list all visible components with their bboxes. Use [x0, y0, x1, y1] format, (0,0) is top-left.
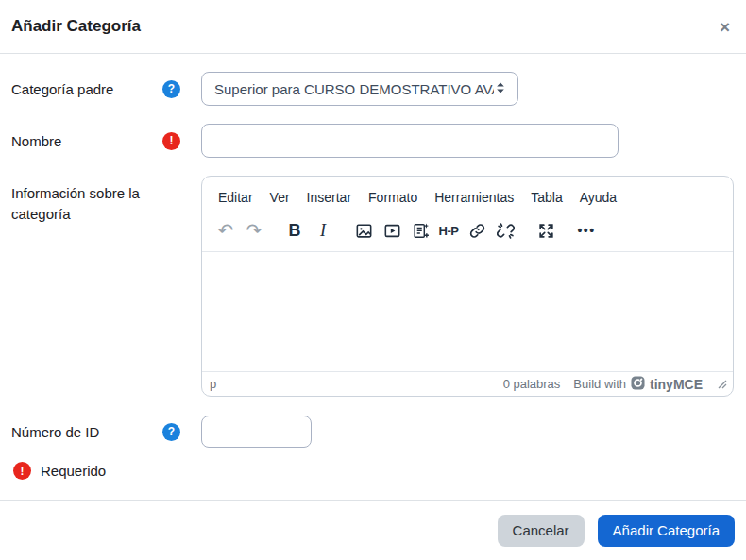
tinymce-branding[interactable]: Build with tinyMCE: [573, 376, 703, 393]
editor-toolbar: ↶ ↷ B I: [202, 212, 733, 252]
idnumber-label-col: Número de ID ?: [11, 415, 201, 449]
name-label-col: Nombre !: [11, 124, 201, 158]
name-input[interactable]: [201, 124, 619, 158]
word-count: 0 palabras: [503, 377, 561, 391]
brand-prefix: Build with: [573, 377, 626, 391]
redo-icon[interactable]: ↷: [240, 215, 268, 246]
editor-content[interactable]: [202, 252, 733, 371]
description-label-col: Información sobre la categoría: [11, 176, 201, 225]
insert-image-icon[interactable]: [349, 215, 378, 246]
more-options-icon[interactable]: •••: [572, 215, 601, 246]
insert-media-icon[interactable]: [378, 215, 406, 246]
parent-category-label-col: Categoría padre ?: [11, 72, 201, 106]
required-icon: !: [13, 462, 31, 480]
description-label: Información sobre la categoría: [11, 183, 180, 225]
submit-add-category-button[interactable]: Añadir Categoría: [598, 515, 735, 547]
parent-category-label: Categoría padre: [11, 81, 162, 97]
required-note-row: ! Requerido: [13, 462, 735, 480]
name-row: Nombre !: [11, 124, 735, 158]
required-icon: !: [162, 132, 180, 150]
document-sparkle-icon[interactable]: [406, 215, 434, 246]
parent-category-select[interactable]: Superior para CURSO DEMOSTRATIVO AVAC: [201, 72, 518, 106]
parent-category-row: Categoría padre ? Superior para CURSO DE…: [11, 72, 735, 106]
select-updown-icon: [494, 80, 507, 98]
idnumber-row: Número de ID ?: [11, 415, 735, 449]
help-icon[interactable]: ?: [162, 423, 180, 441]
fullscreen-icon[interactable]: [532, 215, 560, 246]
menu-help[interactable]: Ayuda: [571, 185, 625, 210]
unlink-icon[interactable]: [491, 215, 519, 246]
menu-insert[interactable]: Insertar: [298, 185, 360, 210]
modal-header: Añadir Categoría ×: [0, 0, 746, 54]
brand-name: tinyMCE: [650, 377, 703, 392]
parent-category-selected-value: Superior para CURSO DEMOSTRATIVO AVAC: [214, 81, 494, 97]
required-note-label: Requerido: [41, 463, 106, 479]
menu-table[interactable]: Tabla: [522, 185, 570, 210]
cancel-button[interactable]: Cancelar: [498, 515, 585, 547]
help-icon[interactable]: ?: [162, 80, 180, 98]
resize-handle[interactable]: [718, 380, 727, 389]
editor-statusbar: p 0 palabras Build with: [202, 371, 733, 396]
h5p-icon[interactable]: H-P: [434, 215, 463, 246]
name-label: Nombre: [11, 133, 162, 149]
add-category-modal: Añadir Categoría × Categoría padre ? Sup…: [0, 0, 746, 560]
menu-tools[interactable]: Herramientas: [426, 185, 522, 210]
editor-element-path[interactable]: p: [210, 377, 216, 391]
menu-view[interactable]: Ver: [262, 185, 298, 210]
link-icon[interactable]: [463, 215, 491, 246]
modal-footer: Cancelar Añadir Categoría: [0, 500, 746, 560]
modal-title: Añadir Categoría: [11, 17, 141, 36]
tinymce-editor: Editar Ver Insertar Formato Herramientas…: [201, 176, 734, 397]
menu-format[interactable]: Formato: [360, 185, 426, 210]
close-icon[interactable]: ×: [720, 18, 730, 36]
editor-menubar: Editar Ver Insertar Formato Herramientas…: [202, 177, 733, 212]
description-row: Información sobre la categoría Editar Ve…: [11, 176, 735, 397]
modal-body: Categoría padre ? Superior para CURSO DE…: [0, 54, 746, 500]
menu-edit[interactable]: Editar: [210, 185, 262, 210]
idnumber-input[interactable]: [201, 416, 312, 448]
idnumber-label: Número de ID: [11, 424, 162, 440]
tinymce-logo-icon: [631, 376, 645, 393]
italic-icon[interactable]: I: [309, 215, 337, 246]
bold-icon[interactable]: B: [280, 215, 309, 246]
undo-icon[interactable]: ↶: [212, 215, 240, 246]
